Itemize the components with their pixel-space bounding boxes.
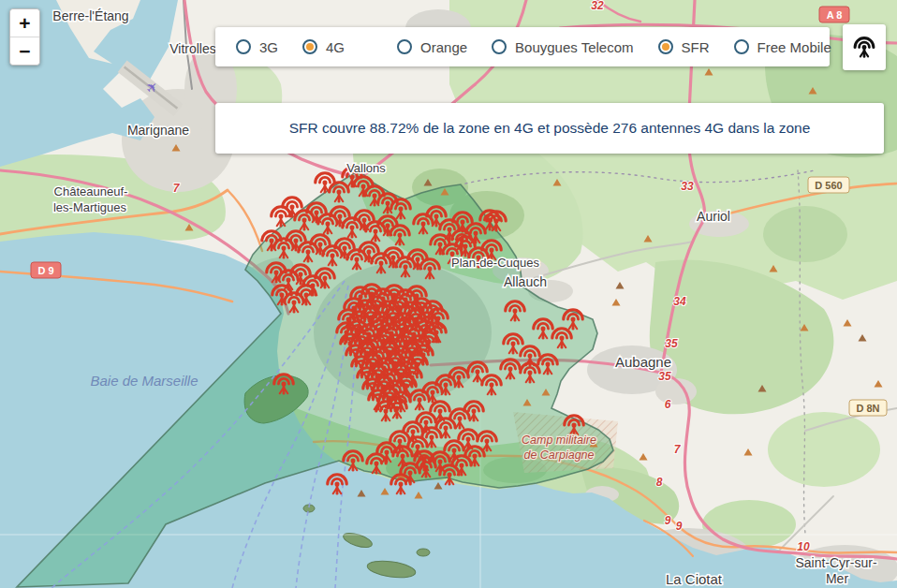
map-place-label: La Ciotat xyxy=(666,571,723,587)
radio-option-bouygues[interactable]: Bouygues Telecom xyxy=(492,39,633,55)
motorway-exit-number: 34 xyxy=(673,295,686,308)
road-ref-text: D 9 xyxy=(37,265,53,276)
operator-group: OrangeBouygues TelecomSFRFree Mobile xyxy=(397,39,831,55)
zoom-in-button[interactable]: + xyxy=(10,9,39,37)
map-place-label: Auriol xyxy=(697,209,730,224)
motorway-exit-number: 32 xyxy=(591,0,604,12)
coverage-status-bar: SFR couvre 88.72% de la zone en 4G et po… xyxy=(215,103,884,154)
radio-circle-icon xyxy=(658,39,673,54)
radio-label: 4G xyxy=(326,39,345,55)
radio-circle-icon xyxy=(734,39,749,54)
motorway-exit-number: 33 xyxy=(681,180,694,193)
motorway-exit-number: 6 xyxy=(665,398,671,411)
map-place-label: Aubagne xyxy=(615,354,671,370)
motorway-exit-number: 8 xyxy=(656,476,663,489)
map-place-label: Camp militaire xyxy=(522,434,596,447)
radio-circle-icon xyxy=(236,39,251,54)
map-zoom-control: + − xyxy=(9,8,40,66)
map-place-label: Mer xyxy=(826,571,848,586)
map-place-label: les-Martigues xyxy=(53,200,127,214)
map-canvas[interactable]: ✈ 327333435356789910 A 8D 9D 560D 8N Ber… xyxy=(0,0,897,588)
radio-option-free[interactable]: Free Mobile xyxy=(734,39,831,55)
antenna-toggle-button[interactable] xyxy=(843,24,886,70)
radio-circle-icon xyxy=(397,39,412,54)
map-place-label: Châteauneuf- xyxy=(54,184,128,198)
radio-label: Free Mobile xyxy=(757,39,831,55)
radio-label: SFR xyxy=(682,39,710,55)
map-place-label: Allauch xyxy=(504,274,547,289)
motorway-exit-number: 9 xyxy=(665,514,671,527)
motorway-exit-number: 35 xyxy=(665,337,678,350)
road-ref-text: D 8N xyxy=(856,403,879,414)
radio-option-sfr[interactable]: SFR xyxy=(658,39,710,55)
map-place-label: Plan-de-Cuques xyxy=(451,256,539,270)
map-place-label: Saint-Cyr-sur- xyxy=(795,555,876,570)
map-place-label: Marignane xyxy=(127,123,189,138)
map-place-label: Vallons xyxy=(346,161,386,175)
antenna-icon xyxy=(852,35,876,60)
radio-option-4g[interactable]: 4G xyxy=(302,39,345,55)
map-place-label: Berre-l'Étang xyxy=(52,8,128,23)
radio-label: 3G xyxy=(259,39,278,55)
zoom-out-button[interactable]: − xyxy=(10,37,39,65)
road-ref-text: D 560 xyxy=(815,180,842,191)
radio-circle-icon xyxy=(302,39,317,54)
map-place-label: Vitrolles xyxy=(169,41,216,56)
coverage-status-text: SFR couvre 88.72% de la zone en 4G et po… xyxy=(289,120,811,137)
network-operator-toolbar: 3G4G OrangeBouygues TelecomSFRFree Mobil… xyxy=(215,27,830,66)
coverage-map-app: ✈ 327333435356789910 A 8D 9D 560D 8N Ber… xyxy=(0,0,897,588)
radio-option-orange[interactable]: Orange xyxy=(397,39,467,55)
road-ref-text: A 8 xyxy=(827,9,843,21)
radio-circle-icon xyxy=(492,39,507,54)
radio-label: Orange xyxy=(420,39,467,55)
network-type-group: 3G4G xyxy=(236,39,345,55)
map-place-label: Baie de Marseille xyxy=(90,373,198,389)
motorway-exit-number: 9 xyxy=(676,520,683,533)
map-place-label: de Carpiagne xyxy=(523,448,594,462)
radio-option-3g[interactable]: 3G xyxy=(236,39,278,55)
radio-label: Bouygues Telecom xyxy=(515,39,633,55)
motorway-exit-number: 35 xyxy=(658,370,671,383)
motorway-exit-number: 10 xyxy=(797,540,810,553)
